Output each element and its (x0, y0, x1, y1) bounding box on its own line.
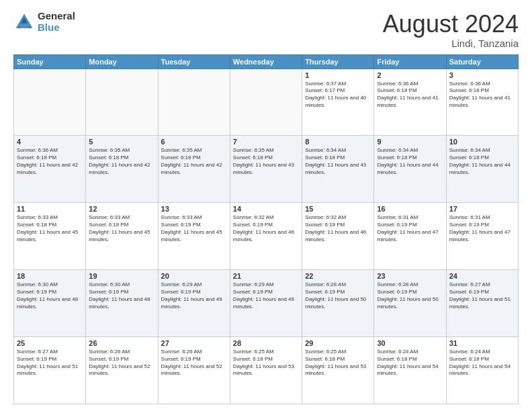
day-info: Sunrise: 6:36 AM Sunset: 6:18 PM Dayligh… (449, 81, 515, 109)
day-number: 2 (377, 71, 443, 79)
day-number: 4 (17, 138, 83, 146)
calendar-week-row: 18Sunrise: 6:30 AM Sunset: 6:19 PM Dayli… (14, 270, 519, 337)
header-wednesday: Wednesday (230, 54, 302, 68)
day-number: 12 (89, 205, 154, 213)
table-row: 6Sunrise: 6:35 AM Sunset: 6:18 PM Daylig… (158, 136, 230, 203)
day-info: Sunrise: 6:25 AM Sunset: 6:18 PM Dayligh… (233, 349, 299, 377)
table-row: 29Sunrise: 6:25 AM Sunset: 6:18 PM Dayli… (302, 337, 374, 404)
table-row: 23Sunrise: 6:28 AM Sunset: 6:19 PM Dayli… (374, 270, 446, 337)
table-row: 13Sunrise: 6:33 AM Sunset: 6:19 PM Dayli… (158, 203, 230, 270)
table-row: 10Sunrise: 6:34 AM Sunset: 6:18 PM Dayli… (446, 136, 518, 203)
table-row: 30Sunrise: 6:24 AM Sunset: 6:18 PM Dayli… (374, 337, 446, 404)
day-info: Sunrise: 6:36 AM Sunset: 6:18 PM Dayligh… (17, 147, 83, 176)
calendar-week-row: 1Sunrise: 6:37 AM Sunset: 6:17 PM Daylig… (14, 68, 519, 136)
day-info: Sunrise: 6:25 AM Sunset: 6:18 PM Dayligh… (305, 349, 371, 377)
day-number: 31 (449, 339, 515, 347)
title-block: August 2024 Lindi, Tanzania (383, 11, 519, 49)
day-info: Sunrise: 6:34 AM Sunset: 6:18 PM Dayligh… (305, 147, 371, 176)
calendar-week-row: 25Sunrise: 6:27 AM Sunset: 6:19 PM Dayli… (14, 337, 519, 404)
day-number: 5 (89, 138, 154, 146)
day-info: Sunrise: 6:32 AM Sunset: 6:19 PM Dayligh… (233, 214, 299, 243)
table-row: 17Sunrise: 6:31 AM Sunset: 6:19 PM Dayli… (446, 203, 518, 270)
calendar-table: Sunday Monday Tuesday Wednesday Thursday… (13, 54, 519, 404)
day-info: Sunrise: 6:37 AM Sunset: 6:17 PM Dayligh… (305, 81, 371, 109)
table-row (86, 68, 158, 136)
table-row (230, 68, 302, 136)
table-row (14, 68, 86, 136)
logo: General Blue (13, 11, 75, 33)
day-number: 24 (449, 272, 515, 280)
table-row: 24Sunrise: 6:27 AM Sunset: 6:19 PM Dayli… (446, 270, 518, 337)
day-info: Sunrise: 6:24 AM Sunset: 6:18 PM Dayligh… (377, 349, 443, 377)
day-number: 21 (233, 272, 299, 280)
logo-general-text: General (38, 11, 75, 22)
day-number: 11 (17, 205, 83, 213)
location-subtitle: Lindi, Tanzania (383, 38, 519, 49)
day-number: 16 (377, 205, 443, 213)
day-number: 27 (161, 339, 227, 347)
table-row: 25Sunrise: 6:27 AM Sunset: 6:19 PM Dayli… (14, 337, 86, 404)
day-number: 18 (17, 272, 83, 280)
header-thursday: Thursday (302, 54, 374, 68)
day-number: 25 (17, 339, 83, 347)
day-info: Sunrise: 6:35 AM Sunset: 6:18 PM Dayligh… (161, 147, 227, 176)
month-title: August 2024 (383, 11, 519, 38)
day-number: 3 (449, 71, 515, 79)
header-friday: Friday (374, 54, 446, 68)
day-info: Sunrise: 6:24 AM Sunset: 6:18 PM Dayligh… (449, 349, 515, 377)
table-row: 20Sunrise: 6:29 AM Sunset: 6:19 PM Dayli… (158, 270, 230, 337)
table-row: 9Sunrise: 6:34 AM Sunset: 6:18 PM Daylig… (374, 136, 446, 203)
header-tuesday: Tuesday (158, 54, 230, 68)
day-info: Sunrise: 6:33 AM Sunset: 6:18 PM Dayligh… (17, 214, 83, 243)
table-row: 4Sunrise: 6:36 AM Sunset: 6:18 PM Daylig… (14, 136, 86, 203)
day-number: 23 (377, 272, 443, 280)
day-number: 10 (449, 138, 515, 146)
day-info: Sunrise: 6:27 AM Sunset: 6:19 PM Dayligh… (17, 349, 83, 377)
day-info: Sunrise: 6:36 AM Sunset: 6:18 PM Dayligh… (377, 81, 443, 109)
day-number: 9 (377, 138, 443, 146)
day-info: Sunrise: 6:28 AM Sunset: 6:19 PM Dayligh… (305, 281, 371, 310)
table-row: 12Sunrise: 6:33 AM Sunset: 6:18 PM Dayli… (86, 203, 158, 270)
day-number: 22 (305, 272, 371, 280)
calendar-week-row: 11Sunrise: 6:33 AM Sunset: 6:18 PM Dayli… (14, 203, 519, 270)
day-info: Sunrise: 6:34 AM Sunset: 6:18 PM Dayligh… (377, 147, 443, 176)
table-row: 8Sunrise: 6:34 AM Sunset: 6:18 PM Daylig… (302, 136, 374, 203)
day-number: 30 (377, 339, 443, 347)
day-info: Sunrise: 6:32 AM Sunset: 6:19 PM Dayligh… (305, 214, 371, 243)
table-row (158, 68, 230, 136)
svg-rect-2 (19, 23, 29, 28)
day-number: 28 (233, 339, 299, 347)
day-number: 15 (305, 205, 371, 213)
day-number: 26 (89, 339, 154, 347)
day-info: Sunrise: 6:33 AM Sunset: 6:18 PM Dayligh… (89, 214, 154, 243)
table-row: 18Sunrise: 6:30 AM Sunset: 6:19 PM Dayli… (14, 270, 86, 337)
header-sunday: Sunday (14, 54, 86, 68)
day-number: 29 (305, 339, 371, 347)
table-row: 15Sunrise: 6:32 AM Sunset: 6:19 PM Dayli… (302, 203, 374, 270)
table-row: 19Sunrise: 6:30 AM Sunset: 6:19 PM Dayli… (86, 270, 158, 337)
day-number: 1 (305, 71, 371, 79)
day-number: 17 (449, 205, 515, 213)
day-info: Sunrise: 6:29 AM Sunset: 6:19 PM Dayligh… (161, 281, 227, 310)
logo-blue-text: Blue (38, 22, 75, 34)
header-monday: Monday (86, 54, 158, 68)
day-number: 14 (233, 205, 299, 213)
day-number: 6 (161, 138, 227, 146)
day-info: Sunrise: 6:30 AM Sunset: 6:19 PM Dayligh… (89, 281, 154, 310)
logo-icon (13, 11, 35, 33)
day-info: Sunrise: 6:28 AM Sunset: 6:19 PM Dayligh… (377, 281, 443, 310)
table-row: 21Sunrise: 6:29 AM Sunset: 6:19 PM Dayli… (230, 270, 302, 337)
table-row: 7Sunrise: 6:35 AM Sunset: 6:18 PM Daylig… (230, 136, 302, 203)
day-info: Sunrise: 6:34 AM Sunset: 6:18 PM Dayligh… (449, 147, 515, 176)
day-info: Sunrise: 6:35 AM Sunset: 6:18 PM Dayligh… (233, 147, 299, 176)
table-row: 31Sunrise: 6:24 AM Sunset: 6:18 PM Dayli… (446, 337, 518, 404)
day-info: Sunrise: 6:26 AM Sunset: 6:19 PM Dayligh… (89, 349, 154, 377)
table-row: 14Sunrise: 6:32 AM Sunset: 6:19 PM Dayli… (230, 203, 302, 270)
day-info: Sunrise: 6:30 AM Sunset: 6:19 PM Dayligh… (17, 281, 83, 310)
calendar-week-row: 4Sunrise: 6:36 AM Sunset: 6:18 PM Daylig… (14, 136, 519, 203)
table-row: 1Sunrise: 6:37 AM Sunset: 6:17 PM Daylig… (302, 68, 374, 136)
logo-text: General Blue (38, 11, 75, 33)
day-info: Sunrise: 6:35 AM Sunset: 6:18 PM Dayligh… (89, 147, 154, 176)
header: General Blue August 2024 Lindi, Tanzania (13, 11, 519, 49)
calendar-header-row: Sunday Monday Tuesday Wednesday Thursday… (14, 54, 519, 68)
